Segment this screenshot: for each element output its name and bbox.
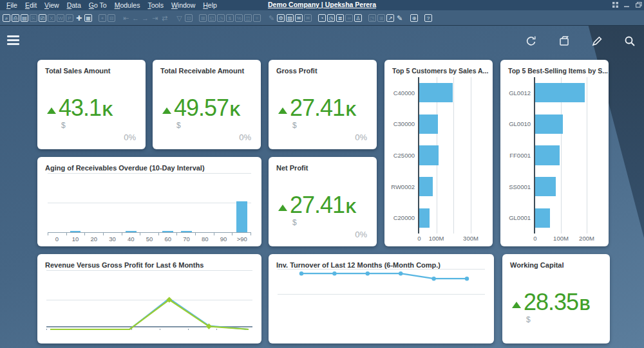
bar[interactable] (181, 231, 192, 232)
bar[interactable] (535, 83, 585, 102)
print-icon[interactable]: ⎙ (12, 14, 19, 22)
menu-file[interactable]: File (3, 1, 21, 9)
schedule-report-icon[interactable]: ◔ (318, 14, 326, 22)
axis-tick-label: 0 (48, 233, 66, 243)
net-profit-card[interactable]: Net Profit 27.41 K $ 0% (269, 157, 377, 246)
export-word-icon[interactable]: W (57, 14, 64, 22)
top5-items-card[interactable]: Top 5 Best-Selling Items by S... GL0012G… (500, 60, 609, 246)
bar[interactable] (162, 231, 173, 232)
activity-clock-icon[interactable]: ◷ (327, 14, 335, 22)
next-record-icon[interactable]: → (141, 14, 149, 22)
top5-customers-chart: C40000C30000C25000RW0002C20000 0100M300M (390, 77, 486, 243)
apps-icon[interactable] (612, 2, 618, 8)
annotate-pencil-icon[interactable]: ✎ (267, 14, 276, 22)
menu-go-to[interactable]: Go To (85, 1, 111, 9)
bar[interactable] (535, 177, 556, 196)
minimize-icon[interactable] (624, 2, 630, 8)
payment-means-icon[interactable]: $ (226, 14, 234, 22)
inventory-turnover-card[interactable]: Inv. Turnover of Last 12 Months (6-Month… (269, 254, 494, 343)
bar[interactable] (419, 114, 438, 134)
move-icon[interactable]: ✚ (75, 14, 83, 22)
gross-profit-icon[interactable]: % (235, 14, 243, 22)
axis-tick-label: 60 (158, 233, 177, 243)
bar[interactable] (535, 208, 550, 228)
hamburger-menu-icon[interactable] (7, 35, 19, 45)
search-icon[interactable] (623, 35, 636, 48)
menu-help[interactable]: Help (199, 1, 221, 9)
menu-data[interactable]: Data (63, 1, 85, 9)
total-receivable-card[interactable]: Total Receivable Amount 49.57 K $ 0% (153, 60, 261, 149)
open-widget-gallery-icon[interactable] (558, 35, 571, 48)
my-account-icon[interactable]: ♙ (354, 14, 362, 22)
calculator-icon[interactable]: ≣ (336, 14, 344, 22)
form-settings-table-icon[interactable]: ▦ (84, 14, 92, 22)
bar[interactable] (535, 114, 563, 134)
edit-form-icon[interactable]: ▨ (286, 14, 294, 22)
axis-tick-label: 10 (66, 233, 85, 243)
working-capital-card[interactable]: Working Capital 28.35 B $ (502, 254, 610, 343)
export-pdf-icon[interactable]: P (66, 14, 73, 22)
new-window-icon[interactable]: ⊞ (199, 14, 207, 22)
axis-tick-label: 300M (463, 235, 478, 242)
top5-items-chart: GL0012GL0010FF0001SS0001GL0001 0100M200M (506, 77, 602, 243)
menu-modules[interactable]: Modules (111, 1, 144, 9)
axis-tick-label: 0 (533, 235, 536, 242)
posting-periods-icon[interactable]: ▤ (21, 14, 28, 22)
sap-b1-window: FileEditViewDataGo ToModulesToolsWindowH… (0, 0, 644, 348)
previous-record-icon[interactable]: ← (131, 14, 140, 22)
restore-icon[interactable] (636, 2, 642, 8)
link-lock-icon[interactable]: ∞ (345, 14, 353, 22)
row-details-icon[interactable]: ◫ (244, 14, 252, 22)
messages-icon[interactable]: ✉ (295, 14, 303, 22)
bar[interactable] (419, 208, 430, 228)
aging-receivables-card[interactable]: Aging of Receivables Overdue (10-Day Int… (37, 157, 261, 246)
print-preview-icon[interactable]: ⎚ (39, 14, 46, 22)
web-client-globe-icon[interactable]: ⊕ (410, 14, 418, 22)
bar[interactable] (236, 201, 247, 232)
currency-symbol: $ (292, 218, 297, 227)
menu-edit[interactable]: Edit (21, 1, 41, 9)
kpi-suffix: K (102, 102, 113, 120)
goto-attachment-icon[interactable]: ⊟ (108, 14, 115, 22)
total-sales-card[interactable]: Total Sales Amount 43.1 K $ 0% (37, 60, 146, 149)
last-record-icon[interactable]: ⇥ (151, 14, 159, 22)
bar[interactable] (535, 145, 560, 165)
axis-tick-label: 40 (122, 233, 140, 243)
refresh-icon[interactable] (525, 35, 538, 48)
window-controls (612, 2, 642, 8)
grid-layout-icon[interactable]: ⊞ (377, 14, 385, 22)
bar[interactable] (70, 231, 81, 232)
find-in-form-icon[interactable]: ⌗ (253, 14, 261, 22)
chart-title: Top 5 Customers by Sales A... (384, 60, 493, 75)
find-record-icon[interactable]: ⌖ (99, 14, 106, 22)
chart-export-icon[interactable]: ↗ (386, 14, 394, 22)
axis-tick-label: 200M (579, 235, 594, 242)
form-settings-gear-icon[interactable]: ⚙ (277, 14, 285, 22)
document-export-icon[interactable]: ⎘ (30, 14, 37, 22)
edit-dashboard-icon[interactable] (591, 35, 603, 48)
bar[interactable] (419, 177, 433, 196)
menu-window[interactable]: Window (167, 1, 199, 9)
filter-table-icon[interactable]: ▽ (175, 14, 184, 22)
conversation-icon[interactable]: ✉ (304, 14, 312, 22)
bar[interactable] (126, 231, 137, 232)
menu-tools[interactable]: Tools (144, 1, 167, 9)
first-record-icon[interactable]: ⇤ (122, 14, 130, 22)
top5-customers-card[interactable]: Top 5 Customers by Sales A... C40000C300… (384, 60, 493, 246)
maximize-form-icon[interactable]: ⊡ (185, 14, 193, 22)
bar[interactable] (419, 83, 453, 102)
gross-profit-card[interactable]: Gross Profit 27.41 K $ 0% (269, 60, 377, 149)
find-icon[interactable]: ⌕ (3, 14, 10, 22)
kpi-number: 27.41 (290, 194, 345, 217)
journal-entry-icon[interactable]: ◷ (217, 14, 225, 22)
revenue-vs-gross-profit-card[interactable]: Revenue Versus Gross Profit for Last 6 M… (37, 254, 261, 343)
menu-view[interactable]: View (41, 1, 63, 9)
refresh-record-icon[interactable]: ⇄ (160, 14, 169, 22)
bar[interactable] (419, 145, 439, 165)
export-excel-icon[interactable]: X (48, 14, 55, 22)
kpi-suffix: K (346, 102, 357, 120)
edit-signature-icon[interactable]: ✎ (395, 14, 404, 22)
duplicate-document-icon[interactable]: ◱ (208, 14, 216, 22)
help-icon[interactable]: ? (424, 14, 432, 22)
restore-widget-icon[interactable]: ◳ (368, 14, 376, 22)
